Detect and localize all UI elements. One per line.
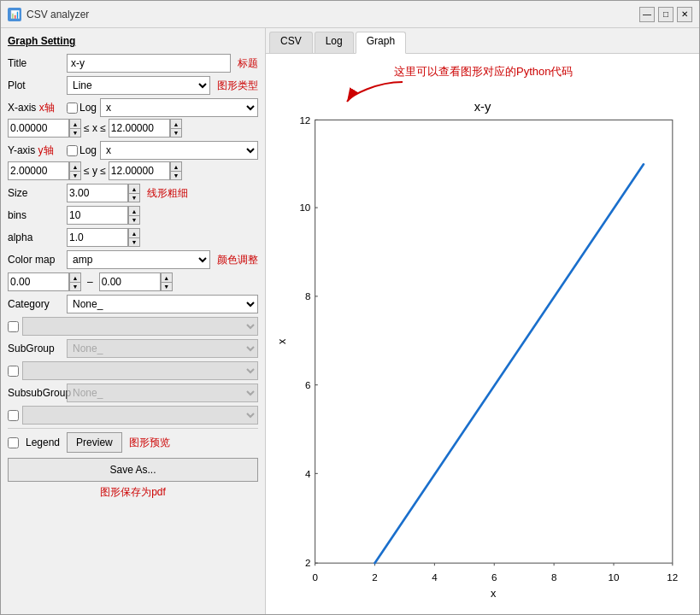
yaxis-log-label: Log	[67, 144, 97, 156]
svg-text:8: 8	[305, 290, 310, 302]
python-code-annotation: 这里可以查看图形对应的Python代码	[394, 64, 573, 79]
maximize-button[interactable]: □	[658, 7, 674, 22]
cmap-dash: –	[84, 276, 97, 288]
title-input[interactable]	[67, 54, 231, 73]
app-icon: 📊	[8, 8, 21, 21]
bins-row: bins ▲ ▼	[8, 206, 258, 225]
x-min-up[interactable]: ▲	[69, 119, 81, 128]
cmap-max-up[interactable]: ▲	[161, 272, 173, 282]
alpha-down[interactable]: ▼	[128, 237, 140, 247]
x-min-input[interactable]	[8, 119, 69, 138]
svg-text:12: 12	[299, 114, 310, 126]
preview-button[interactable]: Preview	[67, 432, 122, 453]
category-label: Category	[8, 298, 63, 310]
category-select[interactable]: None_	[67, 295, 258, 313]
subgroup-row: SubGroup None_	[8, 339, 258, 358]
xaxis-row: X-axis x轴 Log x	[8, 98, 258, 117]
bins-arrows: ▲ ▼	[128, 206, 140, 225]
close-button[interactable]: ✕	[677, 7, 692, 22]
colormap-annotation: 颜色调整	[217, 253, 258, 267]
svg-text:10: 10	[609, 571, 620, 583]
legend-checkbox[interactable]	[8, 437, 19, 448]
cmap-min-input[interactable]	[8, 272, 69, 291]
svg-text:6: 6	[305, 379, 310, 390]
alpha-input[interactable]	[67, 228, 128, 247]
colorbar1-select[interactable]	[22, 317, 258, 336]
yaxis-log-checkbox[interactable]	[67, 145, 78, 156]
svg-text:4: 4	[305, 468, 311, 479]
saveas-annotation-container: 图形保存为pdf	[8, 485, 258, 500]
subsubgroup-label: SubsubGroup	[8, 387, 63, 399]
minimize-button[interactable]: —	[639, 7, 655, 22]
cmap-max-input[interactable]	[99, 272, 161, 291]
svg-text:10: 10	[299, 202, 310, 213]
y-max-down[interactable]: ▼	[170, 171, 182, 180]
colorbar2-checkbox[interactable]	[8, 366, 19, 377]
y-max-input[interactable]	[109, 161, 170, 180]
size-input[interactable]	[67, 184, 128, 202]
colorbar1-checkbox[interactable]	[8, 321, 19, 332]
y-min-down[interactable]: ▼	[69, 171, 81, 180]
bins-up[interactable]: ▲	[128, 206, 140, 215]
cmap-max-down[interactable]: ▼	[161, 282, 173, 291]
legend-label: Legend	[26, 436, 60, 448]
x-max-down[interactable]: ▼	[170, 128, 182, 138]
bins-input[interactable]	[67, 206, 128, 225]
cmap-min-up[interactable]: ▲	[69, 272, 81, 282]
arrow-svg	[343, 78, 411, 103]
xaxis-log-label: Log	[67, 102, 97, 114]
bins-spin: ▲ ▼	[67, 206, 140, 225]
main-content: Graph Setting Title 标题 Plot Line 图形类型 X-…	[1, 28, 699, 614]
colorbar3-select[interactable]	[22, 406, 258, 425]
y-min-input[interactable]	[8, 161, 69, 180]
xaxis-log-checkbox[interactable]	[67, 102, 78, 114]
y-range-row: ▲ ▼ ≤ y ≤ ▲ ▼	[8, 161, 258, 180]
python-annotation-container: 这里可以查看图形对应的Python代码	[343, 64, 573, 103]
divider	[8, 428, 258, 429]
cmap-min-down[interactable]: ▼	[69, 282, 81, 291]
cmap-max-spin: ▲ ▼	[99, 272, 173, 291]
subsubgroup-select[interactable]: None_	[67, 384, 258, 402]
tab-bar: CSV Log Graph	[266, 28, 699, 54]
chart-svg: x-y 2 4 6 8 10	[274, 88, 691, 604]
colorbar3-checkbox[interactable]	[8, 410, 19, 421]
y-max-spin: ▲ ▼	[109, 161, 182, 180]
svg-text:6: 6	[491, 571, 497, 583]
graph-area: 这里可以查看图形对应的Python代码 x-y	[266, 54, 699, 614]
tab-csv[interactable]: CSV	[269, 32, 313, 53]
bins-down[interactable]: ▼	[128, 215, 140, 225]
x-max-spin: ▲ ▼	[109, 119, 182, 138]
yaxis-col-select[interactable]: x	[100, 141, 258, 160]
xaxis-col-select[interactable]: x	[100, 98, 258, 117]
tab-graph[interactable]: Graph	[356, 32, 406, 54]
cmap-min-spin: ▲ ▼	[8, 272, 81, 291]
saveas-annotation: 图形保存为pdf	[100, 486, 166, 498]
alpha-row: alpha ▲ ▼	[8, 228, 258, 247]
xaxis-annotation: x轴	[39, 102, 55, 114]
x-min-down[interactable]: ▼	[69, 128, 81, 138]
x-min-arrows: ▲ ▼	[69, 119, 81, 138]
cmap-min-arrows: ▲ ▼	[69, 272, 81, 291]
save-as-button[interactable]: Save As...	[8, 458, 258, 482]
alpha-up[interactable]: ▲	[128, 228, 140, 237]
tab-log[interactable]: Log	[315, 32, 354, 53]
plot-annotation: 图形类型	[217, 79, 258, 93]
size-up[interactable]: ▲	[128, 184, 140, 193]
alpha-label: alpha	[8, 231, 63, 243]
y-max-up[interactable]: ▲	[170, 161, 182, 171]
colorbar2-select[interactable]	[22, 361, 258, 380]
x-leq-left: ≤ x ≤	[84, 122, 106, 134]
svg-text:2: 2	[305, 557, 310, 568]
x-max-up[interactable]: ▲	[170, 119, 182, 128]
xaxis-label: X-axis x轴	[8, 101, 63, 115]
size-down[interactable]: ▼	[128, 193, 140, 202]
x-axis-label: x	[491, 588, 497, 600]
graph-setting-title: Graph Setting	[8, 35, 258, 47]
colormap-select[interactable]: amp	[67, 250, 210, 269]
colorbar2-row	[8, 361, 258, 380]
subgroup-select[interactable]: None_	[67, 339, 258, 358]
y-min-arrows: ▲ ▼	[69, 161, 81, 180]
y-min-up[interactable]: ▲	[69, 161, 81, 171]
plot-select[interactable]: Line	[67, 76, 210, 95]
x-max-input[interactable]	[109, 119, 170, 138]
